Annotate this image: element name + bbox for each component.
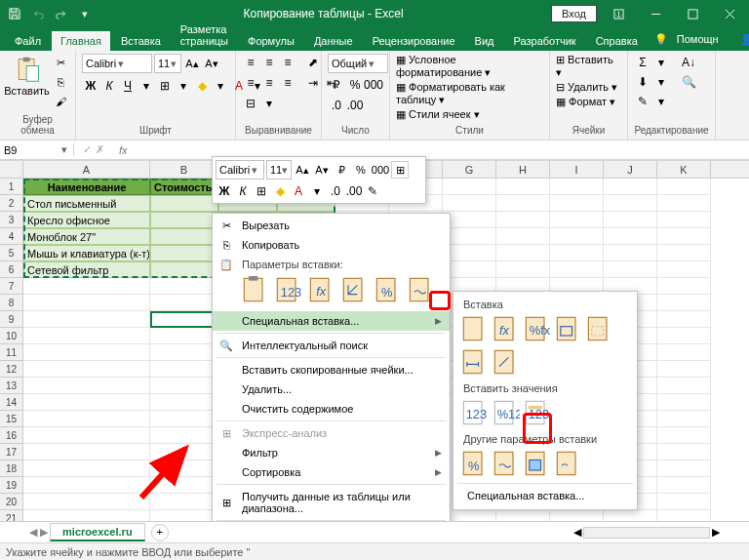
col-header[interactable]: I bbox=[550, 161, 604, 178]
cell[interactable] bbox=[150, 278, 218, 295]
cell[interactable] bbox=[23, 477, 150, 494]
cell[interactable]: Стоимость, bbox=[150, 179, 218, 195]
menu-sort[interactable]: Сортировка▶ bbox=[213, 462, 450, 482]
cell[interactable] bbox=[657, 295, 711, 311]
row-header[interactable]: 4 bbox=[0, 228, 23, 245]
menu-get-data[interactable]: ⊞Получить данные из таблицы или диапазон… bbox=[213, 487, 450, 518]
col-header[interactable]: A bbox=[23, 161, 150, 178]
cell[interactable] bbox=[657, 494, 711, 510]
cell[interactable] bbox=[657, 311, 711, 328]
menu-clear[interactable]: Очистить содержимое bbox=[213, 399, 450, 419]
select-all-corner[interactable] bbox=[0, 161, 23, 178]
col-header[interactable]: H bbox=[496, 161, 550, 178]
paste-border-icon[interactable] bbox=[555, 315, 582, 344]
cell[interactable] bbox=[550, 195, 604, 212]
cell[interactable] bbox=[657, 328, 711, 344]
format-cells[interactable]: ▦ Формат ▾ bbox=[556, 96, 615, 108]
cell[interactable] bbox=[657, 261, 711, 278]
bold-button[interactable]: Ж bbox=[82, 77, 99, 95]
tab-developer[interactable]: Разработчик bbox=[505, 31, 585, 51]
menu-insert-copied[interactable]: Вставить скопированные ячейки... bbox=[213, 360, 450, 380]
paste-fmt-icon[interactable]: %fx bbox=[524, 315, 551, 344]
cell[interactable]: Сетевой фильтр bbox=[23, 261, 150, 278]
share-button[interactable]: 👤 Поделиться bbox=[734, 27, 749, 51]
cell[interactable] bbox=[657, 411, 711, 427]
insert-cells[interactable]: ⊞ Вставить ▾ bbox=[556, 54, 621, 79]
paste-formulas-icon[interactable]: fx bbox=[308, 276, 335, 305]
row-header[interactable]: 8 bbox=[0, 295, 23, 311]
cell[interactable] bbox=[23, 427, 150, 444]
cell[interactable] bbox=[23, 295, 150, 311]
tab-review[interactable]: Рецензирование bbox=[364, 31, 464, 51]
cell[interactable] bbox=[550, 212, 604, 228]
tab-view[interactable]: Вид bbox=[466, 31, 503, 51]
row-header[interactable]: 7 bbox=[0, 278, 23, 295]
cell[interactable] bbox=[23, 344, 150, 361]
row-header[interactable]: 20 bbox=[0, 494, 23, 510]
row-header[interactable]: 9 bbox=[0, 311, 23, 328]
minimize-icon[interactable] bbox=[640, 1, 671, 26]
close-icon[interactable] bbox=[714, 1, 745, 26]
cut-icon[interactable]: ✂ bbox=[52, 54, 69, 71]
horizontal-scrollbar[interactable]: ◀▶ bbox=[573, 526, 749, 539]
col-header[interactable]: J bbox=[604, 161, 657, 178]
paste-val3-icon[interactable]: 123 bbox=[524, 399, 551, 428]
paste-transpose2-icon[interactable] bbox=[493, 348, 520, 378]
cell[interactable] bbox=[657, 228, 711, 245]
row-header[interactable]: 10 bbox=[0, 328, 23, 344]
cell[interactable] bbox=[150, 361, 218, 378]
cell[interactable] bbox=[23, 361, 150, 378]
row-header[interactable]: 19 bbox=[0, 477, 23, 494]
cell[interactable] bbox=[150, 245, 218, 261]
cell[interactable] bbox=[23, 460, 150, 477]
cell[interactable] bbox=[23, 278, 150, 295]
cell[interactable] bbox=[657, 245, 711, 261]
row-header[interactable]: 18 bbox=[0, 460, 23, 477]
cell[interactable] bbox=[657, 344, 711, 361]
mini-toolbar[interactable]: Calibri▾ 11▾ A▴A▾ ₽%000 ⊞ ЖК ⊞◆A▾ .0.00✎ bbox=[212, 156, 426, 204]
row-header[interactable]: 1 bbox=[0, 179, 23, 195]
cell[interactable] bbox=[550, 245, 604, 261]
cell[interactable] bbox=[150, 261, 218, 278]
menu-paste-special[interactable]: Специальная вставка...▶ bbox=[213, 311, 450, 331]
row-header[interactable]: 6 bbox=[0, 261, 23, 278]
maximize-icon[interactable] bbox=[677, 1, 708, 26]
cell[interactable]: Наименование bbox=[23, 179, 150, 195]
cell[interactable] bbox=[550, 228, 604, 245]
cell[interactable] bbox=[496, 228, 550, 245]
cell[interactable] bbox=[604, 228, 657, 245]
cell[interactable] bbox=[604, 245, 657, 261]
cell[interactable] bbox=[150, 378, 218, 394]
row-header[interactable]: 2 bbox=[0, 195, 23, 212]
cell[interactable] bbox=[23, 311, 150, 328]
cell[interactable] bbox=[150, 228, 218, 245]
cell[interactable] bbox=[150, 444, 218, 460]
qat-dropdown-icon[interactable]: ▾ bbox=[74, 3, 96, 24]
border-icon[interactable]: ⊞ bbox=[156, 77, 174, 95]
cell[interactable] bbox=[657, 477, 711, 494]
fill-color-icon[interactable]: ◆ bbox=[193, 77, 211, 95]
fx-icon[interactable]: fx bbox=[113, 144, 134, 156]
cell-styles[interactable]: ▦ Стили ячеек ▾ bbox=[396, 108, 480, 121]
paste-all-icon[interactable] bbox=[461, 315, 489, 344]
paste-button[interactable]: Вставить bbox=[6, 54, 48, 99]
cell[interactable] bbox=[23, 494, 150, 510]
paste-linked-pic-icon[interactable] bbox=[555, 450, 582, 479]
cell[interactable] bbox=[657, 278, 711, 295]
format-painter-icon[interactable]: 🖌 bbox=[52, 93, 69, 110]
paste-other1-icon[interactable]: % bbox=[461, 450, 489, 479]
delete-cells[interactable]: ⊟ Удалить ▾ bbox=[556, 81, 617, 94]
cell[interactable] bbox=[657, 394, 711, 411]
cell[interactable] bbox=[604, 195, 657, 212]
cell[interactable] bbox=[443, 179, 496, 195]
underline-button[interactable]: Ч bbox=[119, 77, 137, 95]
cell[interactable] bbox=[657, 427, 711, 444]
paste-transpose-icon[interactable] bbox=[341, 276, 369, 305]
row-header[interactable]: 5 bbox=[0, 245, 23, 261]
mini-font-size[interactable]: 11▾ bbox=[266, 160, 292, 180]
login-button[interactable]: Вход bbox=[551, 5, 597, 22]
tab-help[interactable]: Справка bbox=[587, 31, 647, 51]
cell[interactable]: Кресло офисное bbox=[23, 212, 150, 228]
paste-fx-icon[interactable]: fx bbox=[493, 315, 520, 344]
cell[interactable] bbox=[23, 328, 150, 344]
